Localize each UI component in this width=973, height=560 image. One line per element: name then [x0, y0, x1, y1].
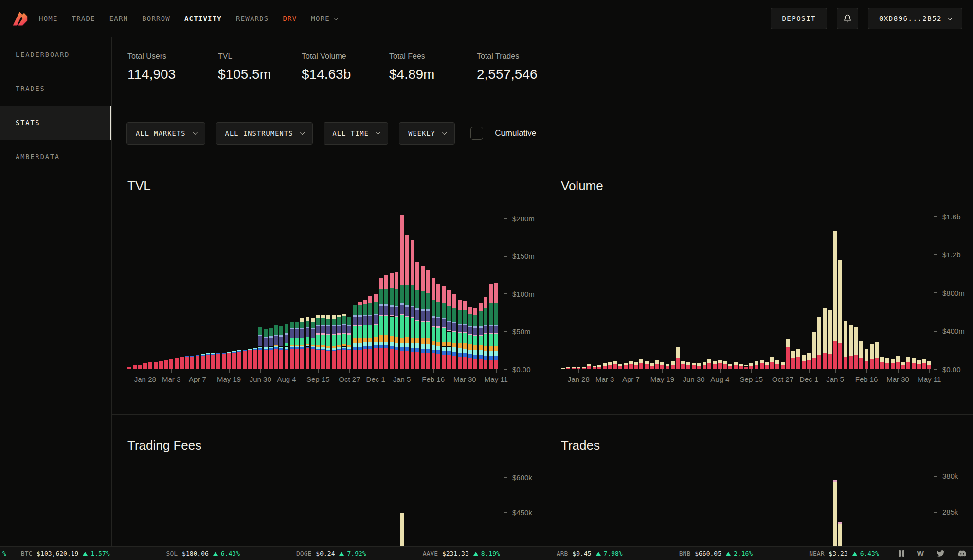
bar-segment-series-darkgreen [311, 322, 315, 327]
bar-segment-series-pink [421, 321, 425, 322]
y-tick-dash [934, 331, 937, 332]
cumulative-checkbox[interactable] [470, 127, 483, 140]
bar-segment-series-darkgreen [421, 291, 425, 309]
nav-item-activity[interactable]: ACTIVITY [184, 15, 222, 22]
nav-item-borrow[interactable]: BORROW [142, 15, 170, 22]
bar-segment-series-red [164, 360, 168, 369]
bar-segment-series-blue [452, 352, 456, 356]
bar-segment-series-darkgreen [479, 311, 483, 326]
x-tick-label: Mar 3 [162, 375, 180, 383]
bar-segment-series-slate [468, 327, 472, 334]
bar-segment-series-cyan [436, 346, 440, 350]
bar-segment-series-red [216, 354, 220, 369]
bar-segment-series-slate [264, 338, 268, 347]
filter-dropdown-all-time[interactable]: ALL TIME [324, 122, 389, 145]
bar-segment-series-red [686, 365, 690, 369]
bar-segment-series-blue [290, 347, 294, 349]
x-tick-label: Mar 30 [453, 375, 476, 383]
bar-segment-series-slate [436, 318, 440, 326]
wallet-button[interactable]: 0XD896...2B52 [868, 8, 962, 29]
bar-segment-series-red [295, 349, 299, 369]
deposit-button[interactable]: DEPOSIT [771, 8, 827, 29]
bar-segment-series-blue [353, 347, 357, 350]
sidebar-item-amberdata[interactable]: AMBERDATA [0, 140, 111, 174]
bar-segment-series-cream [650, 363, 654, 365]
bar-segment-series-red [342, 350, 346, 369]
bar-segment-series-cream [655, 360, 659, 364]
nav-item-earn[interactable]: EARN [109, 15, 128, 22]
bar-segment-series-lightblue [395, 306, 398, 307]
ticker-price: $103,620.19 [36, 550, 78, 557]
bar-segment-series-salmon [421, 266, 425, 291]
ticker-symbol: ARB [557, 550, 568, 557]
y-axis-tick: $450k [504, 508, 532, 517]
bar-segment-series-red [692, 365, 696, 369]
nav-item-rewards[interactable]: REWARDS [236, 15, 269, 22]
filters-row: ALL MARKETSALL INSTRUMENTSALL TIMEWEEKLY… [112, 111, 973, 155]
stat-block-0: Total Users114,903 [127, 52, 218, 111]
filter-dropdown-weekly[interactable]: WEEKLY [399, 122, 455, 145]
bar-segment-series-cream [749, 363, 753, 366]
bar-segment-series-mint [463, 333, 467, 344]
ticker-price: $3.23 [829, 550, 848, 557]
bar-segment-series-pink [390, 315, 394, 316]
nav-item-trade[interactable]: TRADE [72, 15, 95, 22]
y-tick-dash [934, 292, 937, 293]
sidebar-item-leaderboard[interactable]: LEADERBOARD [0, 37, 111, 72]
y-tick-label: $150m [512, 252, 535, 260]
bar-segment-series-red [415, 352, 419, 369]
bar-segment-series-red [274, 349, 278, 369]
filter-dropdown-all-markets[interactable]: ALL MARKETS [126, 122, 205, 145]
x-tick-label: Mar 3 [595, 375, 614, 383]
bar-segment-series-orange [358, 338, 362, 343]
bar-segment-series-cream [775, 360, 779, 364]
bar-segment-series-red [332, 351, 336, 369]
bar-segment-series-cream [728, 364, 732, 366]
bar-segment-series-cream [870, 344, 874, 359]
bar-segment-series-salmon [390, 273, 394, 288]
bar-segment-series-slate [326, 326, 330, 334]
sidebar-item-stats[interactable]: STATS [0, 106, 111, 140]
bar-segment-series-lightblue [468, 326, 472, 327]
filter-dropdown-all-instruments[interactable]: ALL INSTRUMENTS [216, 122, 313, 145]
bar-segment-series-cream [624, 363, 628, 365]
bar-segment-series-cream [823, 308, 827, 353]
bar-segment-series-darkgreen [264, 329, 268, 337]
sidebar-item-trades[interactable]: TRADES [0, 72, 111, 106]
bar-segment-series-red [859, 358, 863, 369]
bar-segment-series-cream [342, 314, 346, 316]
bar-segment-series-orange [311, 345, 315, 346]
bar-segment-series-red [912, 363, 916, 369]
bar-segment-series-orange [463, 343, 467, 349]
bar-segment-series-orange [436, 342, 440, 346]
bar-segment-series-pink [452, 331, 456, 332]
bar-segment-series-cream [791, 351, 795, 359]
bar-segment-series-salmon [468, 307, 472, 314]
bar-segment-series-salmon [479, 303, 483, 312]
bar-segment-series-red [363, 349, 367, 369]
bar-segment-series-pink [432, 326, 435, 327]
bar-segment-series-cyan [300, 346, 304, 347]
bar-segment-series-red [269, 350, 273, 369]
ticker-change: 6.43% [852, 550, 879, 557]
bar-segment-series-blue [368, 346, 372, 349]
bar-segment-series-blue [216, 353, 220, 354]
derive-logo-icon[interactable] [11, 9, 29, 28]
filter-dropdowns: ALL MARKETSALL INSTRUMENTSALL TIMEWEEKLY [126, 122, 455, 145]
bar-segment-series-lightblue [463, 324, 467, 325]
twitter-icon[interactable] [937, 549, 945, 558]
discord-icon[interactable] [957, 549, 966, 558]
warpcast-icon[interactable]: W [917, 549, 924, 558]
bar-segment-series-red [337, 350, 341, 369]
pause-icon[interactable] [899, 550, 904, 557]
nav-item-drv[interactable]: DRV [283, 15, 297, 22]
notifications-button[interactable] [837, 8, 858, 29]
bar-segment-series-slate [489, 326, 493, 333]
nav-item-more[interactable]: MORE [311, 15, 337, 22]
ticker-symbol: NEAR [809, 550, 824, 557]
bar-segment-series-darkgreen [258, 327, 262, 335]
bar-segment-series-cream [880, 357, 884, 362]
bar-segment-series-cream [838, 260, 842, 343]
bar-segment-series-orange [285, 347, 288, 348]
nav-item-home[interactable]: HOME [39, 15, 58, 22]
